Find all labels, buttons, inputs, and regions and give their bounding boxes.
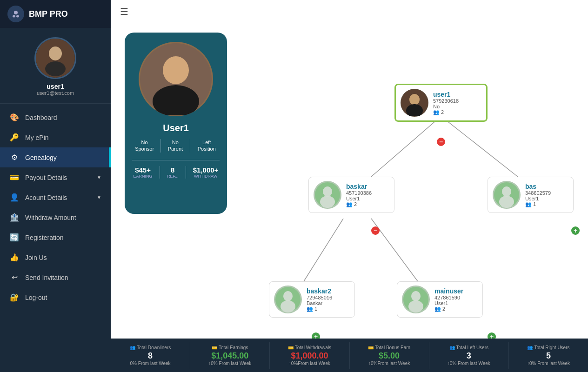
sidebar-item-withdraw-amount[interactable]: 🏦 Withdraw Amount [0,207,111,227]
left-connector-minus[interactable]: − [371,226,380,235]
sidebar-item-genealogy[interactable]: ⚙ Genealogy [0,147,111,167]
svg-point-11 [163,56,189,84]
svg-point-0 [14,11,18,14]
svg-line-6 [371,116,441,177]
stat-divider-1 [160,166,160,179]
nav-label-registeration: Registeration [25,234,64,241]
sidebar-profile: user1 user1@test.com [0,28,111,104]
ll-node-id: 729485016 [307,295,350,300]
right-node-id: 348602579 [525,190,568,196]
stat-icon-total-left: 👥 [449,345,455,350]
refs-stat: 8 REF... [167,166,179,179]
tree-container: User1 No Sponsor No Parent Left Position [111,23,588,339]
ll-node[interactable]: baskar2 729485016 Baskar 👥 1 [269,281,355,318]
lr-node-count: 👥 2 [434,306,478,312]
root-node-id: 579230618 [433,98,481,104]
sidebar-item-dashboard[interactable]: 🎨 Dashboard [0,107,111,127]
stat-value-total-earnings: $1,045.00 [211,351,248,361]
svg-point-2 [16,15,19,18]
sidebar-nav: 🎨 Dashboard 🔑 My ePin ⚙ Genealogy 💳 Payo… [0,104,111,372]
svg-point-18 [320,196,335,208]
withdraw-label: WITHDRAW [194,174,217,179]
left-node[interactable]: baskar 457190386 User1 👥 2 [308,177,394,213]
root-node[interactable]: user1 579230618 No 👥 2 [394,84,488,122]
lr-users-icon: 👥 [434,306,441,312]
stat-label-total-earnings: 💳 Total Earnings [212,345,248,350]
nav-icon-account-details: 👤 [9,193,20,202]
svg-line-8 [304,219,343,281]
sidebar-item-account-details[interactable]: 👤 Acount Details ▼ [0,187,111,207]
lr-node[interactable]: mainuser 427861590 User1 👥 2 [397,281,483,318]
stat-change-total-earnings: ↑0% From last Week [208,361,251,366]
lr-node-name: mainuser [434,287,478,295]
root-node-count: 👥 2 [433,109,481,115]
sidebar-item-payout-details[interactable]: 💳 Payout Details ▼ [0,167,111,187]
sidebar-item-send-invitation[interactable]: ↩ Send Invitation [0,267,111,287]
ll-node-info: baskar2 729485016 Baskar 👥 1 [307,287,350,312]
nav-label-payout-details: Payout Details [25,174,67,181]
nav-icon-payout-details: 💳 [9,173,20,182]
lr-node-id: 427861590 [434,295,478,300]
stat-value-total-left: 3 [467,351,471,361]
sidebar-item-join-us[interactable]: 👍 Join Us [0,247,111,267]
stat-change-total-bonus: ↑0%From last Week [368,361,410,366]
right-node-count: 👥 1 [525,201,568,207]
left-node-id: 457190386 [346,190,389,196]
left-users-icon: 👥 [346,201,353,207]
avatar [34,37,76,79]
profile-card-stats: $45+ EARNING 8 REF... $1,000+ WITHDRAW [132,160,220,179]
svg-line-7 [441,116,518,177]
profile-email: user1@test.com [37,90,74,96]
nav-label-dashboard: Dashboard [25,114,57,121]
nav-icon-my-epin: 🔑 [9,133,20,142]
stat-label-total-right: 👥 Total Right Users [527,345,569,350]
sidebar-item-registeration[interactable]: 🔄 Registeration [0,227,111,247]
right-connector-plus[interactable]: + [571,226,580,235]
profile-username: user1 [47,83,64,90]
stat-change-total-left: ↑0% From last Week [448,361,490,366]
sidebar-item-log-out[interactable]: 🔐 Log-out [0,287,111,307]
stat-icon-total-downliners: 👥 [130,345,135,350]
profile-card-name: User1 [163,123,189,133]
earning-stat: $45+ EARNING [134,166,153,179]
left-node-info: baskar 457190386 User1 👥 2 [346,183,389,207]
stat-change-total-withdrawals: ↑0%From last Week [289,361,330,366]
stat-change-total-downliners: 0% From last Week [130,361,171,366]
position-detail: Left Position [194,139,220,153]
parent-value: No Parent [165,139,186,153]
right-node[interactable]: bas 348602579 User1 👥 1 [488,177,574,213]
nav-label-log-out: Log-out [25,294,47,301]
svg-point-1 [13,15,15,18]
stat-icon-total-earnings: 💳 [212,345,217,350]
svg-point-23 [283,291,293,301]
app-title: BMP PRO [29,9,68,19]
svg-point-20 [502,186,511,197]
ll-node-name: baskar2 [307,287,350,295]
hamburger-button[interactable]: ☰ [120,6,128,17]
nav-icon-dashboard: 🎨 [9,113,20,122]
nav-label-account-details: Acount Details [25,194,67,201]
left-node-label: User1 [346,196,389,201]
right-node-avatar [493,181,521,209]
main-content: ☰ [111,0,588,372]
right-node-name: bas [525,183,568,190]
stat-divider-2 [186,166,186,179]
sidebar: BMP PRO user1 user1@test.com 🎨 Dashbo [0,0,111,372]
stat-block-total-left: 👥 Total Left Users 3 ↑0% From last Week [429,342,509,369]
stat-value-total-downliners: 8 [148,351,153,361]
sponsor-value: No Sponsor [132,139,157,153]
stat-value-total-right: 5 [546,351,551,361]
sidebar-item-my-epin[interactable]: 🔑 My ePin [0,127,111,147]
root-node-avatar [401,89,428,117]
lr-connector-plus[interactable]: + [488,332,496,339]
root-node-info: user1 579230618 No 👥 2 [433,91,481,115]
nav-label-my-epin: My ePin [25,134,49,141]
stat-block-total-withdrawals: 💳 Total Withdrawals $1,000.00 ↑0%From la… [270,342,349,369]
nav-label-withdraw-amount: Withdraw Amount [25,214,76,221]
stat-icon-total-right: 👥 [527,345,533,350]
nav-icon-genealogy: ⚙ [9,153,20,162]
svg-point-4 [49,46,62,60]
root-connector-minus[interactable]: − [437,138,445,146]
nav-arrow-payout-details: ▼ [97,175,101,180]
ll-connector-plus[interactable]: + [312,332,320,339]
